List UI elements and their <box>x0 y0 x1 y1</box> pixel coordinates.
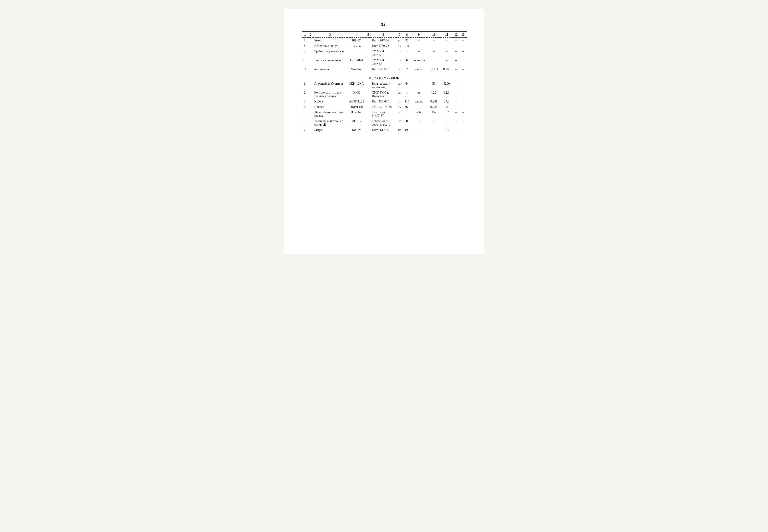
row-col2 <box>308 119 313 127</box>
row-col11: 3200 <box>441 81 452 90</box>
row-col5 <box>366 67 370 72</box>
col7-header: 7 <box>396 32 403 38</box>
row-unit: шт <box>396 119 403 127</box>
row-col5 <box>366 99 370 104</box>
row-qty: 1 <box>403 90 411 99</box>
row-col5 <box>366 127 370 133</box>
row-col10: 0,026 <box>427 104 441 110</box>
row-unit: пм <box>396 99 403 104</box>
row-col9: ж.б. <box>411 110 427 119</box>
table-row: 9. Трубка хлорвиниловая ТУ МХП 2898-55 п… <box>301 49 467 58</box>
row-col12: – <box>453 119 460 127</box>
row-col12: – <box>453 99 460 104</box>
row-num: 2. <box>301 90 308 99</box>
row-col5 <box>366 110 370 119</box>
row-mark <box>347 49 366 58</box>
row-col12: – <box>453 67 460 72</box>
row-col13: – <box>460 43 467 49</box>
row-col11: 0,003 <box>441 67 452 72</box>
row-col10: 0,0014 <box>427 67 441 72</box>
table-row: 2. Контрольно–измери– тельная колонка КИ… <box>301 90 467 99</box>
row-col9: – <box>411 127 427 133</box>
row-mark: БН–IУ <box>347 38 366 43</box>
row-col10: 12,3 <box>427 90 441 99</box>
row-name: Битум <box>313 127 347 133</box>
row-mark: АВРГ 1х25 <box>347 99 366 104</box>
row-col5 <box>366 58 370 67</box>
row-standard: СМУ ТМС г. Подольск <box>370 90 396 99</box>
row-standard: Вильнюсский эл.мех.з–д <box>370 81 396 90</box>
row-col10: – <box>427 43 441 49</box>
row-mark: ЛА–25-8 <box>347 67 366 72</box>
row-col12: – <box>453 38 460 43</box>
row-col10: 152 <box>427 110 441 119</box>
row-standard: Гост 7387-55 <box>370 67 396 72</box>
row-col5 <box>366 90 370 99</box>
row-qty: 195 <box>403 127 411 133</box>
row-col11: – <box>441 43 452 49</box>
row-unit: пм <box>396 43 403 49</box>
table-row: 6. Термитный патрон со смичной АС–35 г. … <box>301 119 467 127</box>
row-col13: – <box>460 49 467 58</box>
row-col5 <box>366 38 370 43</box>
row-col12: – <box>453 110 460 119</box>
row-mark: ∅ 2–4 <box>347 43 366 49</box>
col6-header: 6 <box>370 32 396 38</box>
row-qty: 8 <box>403 119 411 127</box>
row-qty: 95 <box>403 38 411 43</box>
row-col2 <box>308 38 313 43</box>
row-col11: 9,4 <box>441 104 452 110</box>
row-col12: – <box>453 81 460 90</box>
row-col13: – <box>460 81 467 90</box>
row-name: наконечник <box>313 67 347 72</box>
row-qty: 115 <box>403 99 411 104</box>
col5-header: 5 <box>366 32 370 38</box>
row-num: 3. <box>301 99 308 104</box>
row-col9: полики. – <box>411 58 427 67</box>
row-standard: ТУ 017–114-65 <box>370 104 396 110</box>
table-row: 11. наконечник ЛА–25-8 Гост 7387-55 шт 2… <box>301 67 467 72</box>
row-qty: 64 <box>403 81 411 90</box>
row-col2 <box>308 58 313 67</box>
row-col12: – <box>453 127 460 133</box>
row-mark: ПХЛ–020 <box>347 58 366 67</box>
row-col11: 152 <box>441 110 452 119</box>
row-col13: – <box>460 90 467 99</box>
row-col12: – <box>453 104 460 110</box>
section2-header-row: 2. Для ρ к = 20 ом.м. <box>301 72 467 81</box>
table-row: 7. Битум БН–IУ Гост 6617-56 кг 195 – – 1… <box>301 127 467 133</box>
row-col2 <box>308 49 313 58</box>
row-standard: ТУ МХП 2898-55 <box>370 58 396 67</box>
row-col5 <box>366 43 370 49</box>
row-col9: от <box>411 90 427 99</box>
row-unit: шт <box>396 90 403 99</box>
row-col13: – <box>460 110 467 119</box>
row-col13: – <box>460 119 467 127</box>
row-col9: – <box>411 81 427 90</box>
row-col11: – <box>441 38 452 43</box>
row-unit: шт <box>396 81 403 90</box>
row-col13: – <box>460 127 467 133</box>
row-col2 <box>308 81 313 90</box>
table-row: 3. Кабель АВРГ 1х25 Гост 433-68* пм 115 … <box>301 99 467 104</box>
table-row: 4. Провод ПКРН 1х1 ТУ 017–114-65 пм 360 … <box>301 104 467 110</box>
row-col11: 27,8 <box>441 99 452 104</box>
table-row: 1. Анодный возбудитель ЗКБ–12КА Вильнюсс… <box>301 81 467 90</box>
row-col11: – <box>441 49 452 58</box>
row-col13 <box>460 58 467 67</box>
row-qty: 2 <box>403 67 411 72</box>
row-unit: кг <box>396 38 403 43</box>
row-mark: АС–35 <box>347 119 366 127</box>
row-standard: Гост 6617-56 <box>370 127 396 133</box>
row-unit: пм <box>396 58 403 67</box>
row-col5 <box>366 49 370 58</box>
row-mark: БН–IУ <box>347 127 366 133</box>
row-col2 <box>308 110 313 119</box>
row-standard: Тип.проект 3–407-57 <box>370 110 396 119</box>
row-col11: 195 <box>441 127 452 133</box>
row-col2 <box>308 127 313 133</box>
row-num: 8. <box>301 43 308 49</box>
col13-header: 13 <box>460 32 467 38</box>
row-num: 7. <box>301 127 308 133</box>
row-qty: 1 <box>403 110 411 119</box>
